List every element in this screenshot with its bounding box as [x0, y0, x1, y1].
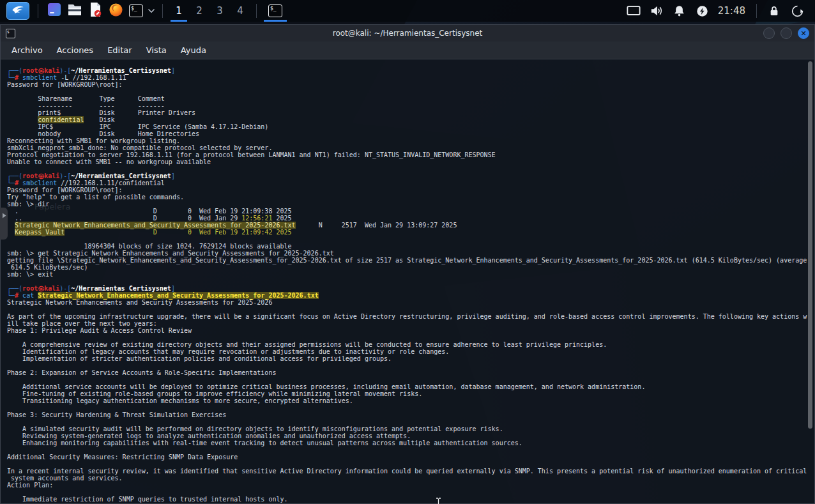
workspace-1[interactable]: 1 [169, 0, 189, 22]
taskbar-terminal-window[interactable]: $_ [263, 0, 288, 22]
terminal-line: As part of the upcoming infrastructure u… [7, 313, 809, 320]
terminal-line: smb: \> get Strategic_Network_Enhancemen… [7, 250, 809, 257]
terminal-line: Phase 2: Expansion of Service Accounts &… [7, 369, 809, 376]
file-manager-launcher[interactable] [66, 3, 83, 19]
terminal-line: Password for [WORKGROUP\root]: [7, 187, 809, 194]
kali-dragon-icon [10, 3, 26, 19]
terminal-line: Implementation of stricter authenticatio… [7, 355, 809, 362]
terminal-line [7, 447, 809, 454]
terminal-line [7, 461, 809, 468]
workspace-3[interactable]: 3 [209, 0, 230, 22]
terminal-launcher[interactable]: $_ [128, 3, 144, 19]
terminal-line: Sharename Type Comment [7, 95, 809, 102]
terminal-line: Additional service accounts will be depl… [7, 383, 809, 390]
terminal-line [7, 278, 809, 285]
terminal-line [7, 418, 809, 425]
menu-vista[interactable]: Vista [139, 43, 174, 57]
terminal-line: └─# smbclient -L //192.168.1.11 [7, 74, 809, 81]
terminal-line [7, 334, 809, 341]
terminal-line: Transitioning legacy authentication mech… [7, 397, 809, 404]
logout-icon[interactable] [789, 3, 805, 19]
terminal-line: 18964304 blocks of size 1024. 7629124 bl… [7, 243, 809, 250]
panel-separator [38, 4, 38, 18]
terminal-icon: $_ [268, 4, 282, 17]
terminal-line [7, 165, 809, 172]
terminal-line: . D 0 Wed Feb 19 21:09:38 2025 [7, 208, 809, 215]
terminal-line: Reviewing system-generated logs to analy… [7, 432, 809, 439]
panel-clock[interactable]: 21:48 [718, 5, 745, 17]
terminal-line [7, 489, 809, 496]
lock-screen-icon[interactable] [766, 3, 782, 19]
panel-separator [256, 4, 257, 18]
terminal-line: Keepass_Vault D 0 Wed Feb 19 21:09:42 20… [7, 229, 809, 236]
workspace-2-label: 2 [196, 5, 202, 17]
terminal-line [7, 404, 809, 411]
terminal-line: In a recent internal security review, it… [7, 468, 809, 475]
workspace-3-label: 3 [217, 5, 223, 17]
maximize-button[interactable] [781, 27, 792, 39]
menu-acciones[interactable]: Acciones [50, 43, 101, 57]
terminal-line: Protocol negotiation to server 192.168.1… [7, 151, 809, 158]
edge-panel-handle[interactable] [0, 208, 8, 240]
terminal-line: print$ Disk Printer Drivers [7, 109, 809, 116]
display-icon[interactable] [625, 3, 642, 19]
terminal-line: 614.5 KiloBytes/sec) [7, 264, 809, 271]
menu-archivo[interactable]: Archivo [4, 43, 50, 57]
terminal-line: ┌──(root㉿kali)-[~/Herramientas_Certisysn… [7, 285, 809, 292]
terminal-icon: $_ [129, 4, 143, 17]
terminal-line: ill take place over the next two years: [7, 320, 809, 327]
firefox-icon [109, 3, 123, 20]
terminal-line: └─# smbclient //192.168.1.11/confidentia… [7, 179, 809, 187]
app-drawer-launcher[interactable] [46, 3, 63, 19]
close-button[interactable]: ✕ [798, 27, 809, 39]
terminal-output[interactable]: ┌──(root㉿kali)-[~/Herramientas_Certisysn… [1, 60, 814, 503]
terminal-window: $ root@kali: ~/Herramientas_Certisysnet … [0, 24, 815, 504]
terminal-line [7, 362, 809, 369]
terminal-line: Unable to connect with SMB1 -- no workgr… [7, 158, 809, 165]
document-edit-icon [88, 2, 102, 20]
terminal-line: IPC$ IPC IPC Service (Samba 4.17.12-Debi… [7, 123, 809, 130]
terminal-line: A comprehensive review of existing direc… [7, 341, 809, 348]
volume-icon[interactable] [648, 3, 665, 19]
folder-icon [67, 3, 82, 19]
terminal-line [7, 376, 809, 383]
panel-separator [756, 4, 757, 18]
terminal-line: --------- ---- ------- [7, 102, 809, 109]
terminal-line: Action Plan: [7, 482, 809, 489]
menu-editar[interactable]: Editar [100, 43, 139, 57]
workspace-4[interactable]: 4 [230, 0, 250, 22]
menu-ayuda[interactable]: Ayuda [174, 43, 213, 57]
notifications-bell-icon[interactable] [671, 3, 688, 19]
terminal-line: confidential Disk [7, 116, 809, 123]
terminal-line: Identification of legacy accounts that m… [7, 348, 809, 355]
terminal-line: Enhancing monitoring capabilities with r… [7, 439, 809, 447]
workspace-2[interactable]: 2 [189, 0, 209, 22]
terminal-line: Strategic_Network_Enhancements_and_Secur… [7, 222, 809, 229]
window-title: root@kali: ~/Herramientas_Certisysnet [1, 29, 814, 38]
terminal-line: system accounts and services. [7, 475, 809, 482]
window-menubar: Archivo Acciones Editar Vista Ayuda [1, 42, 814, 59]
window-titlebar[interactable]: $ root@kali: ~/Herramientas_Certisysnet … [1, 25, 814, 42]
workspace-1-label: 1 [176, 5, 182, 17]
kali-menu-button[interactable] [6, 2, 29, 20]
terminal-line [7, 88, 809, 95]
terminal-line: smbXcli_negprot_smb1_done: No compatible… [7, 144, 809, 151]
text-editor-launcher[interactable] [87, 3, 103, 19]
terminal-line: Phase 1: Privilege Audit & Access Contro… [7, 327, 809, 334]
terminal-line: └─# cat Strategic_Network_Enhancements_a… [7, 292, 809, 299]
firefox-launcher[interactable] [107, 3, 124, 19]
power-manager-icon[interactable] [694, 3, 711, 19]
terminal-line: ┌──(root㉿kali)-[~/Herramientas_Certisysn… [7, 67, 809, 74]
terminal-line: Strategic Network Enhancements and Secur… [7, 299, 809, 306]
minimize-button[interactable] [763, 27, 775, 39]
system-tray: 21:48 [622, 3, 809, 19]
terminal-line [7, 306, 809, 313]
terminal-scrollbar[interactable] [808, 61, 812, 429]
terminal-line: Additional Security Measures: Restrictin… [7, 454, 809, 461]
terminal-line: getting file \Strategic_Network_Enhancem… [7, 257, 809, 264]
terminal-line: smb: \> dir [7, 201, 809, 208]
terminal-line: Try "help" to get a list of possible com… [7, 194, 809, 201]
terminal-line: A simulated security audit will be perfo… [7, 425, 809, 432]
launcher-dropdown-chevron-icon[interactable] [146, 3, 156, 19]
app-drawer-icon [47, 3, 61, 19]
